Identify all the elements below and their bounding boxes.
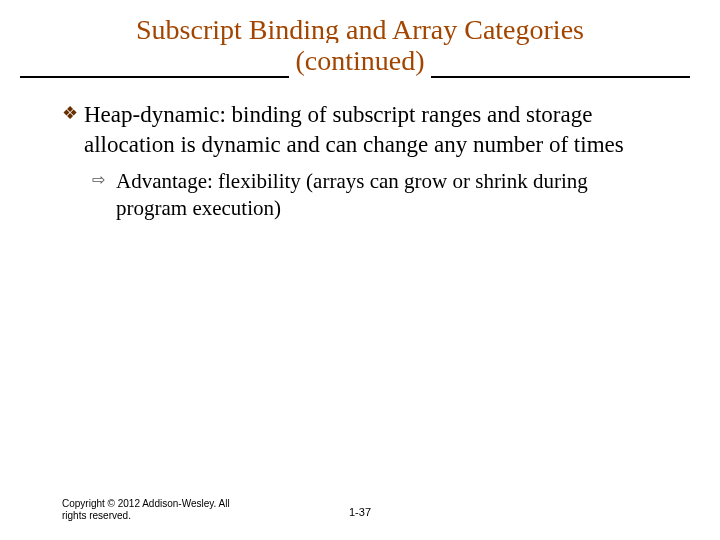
- slide-title-line2: (continued): [289, 43, 430, 78]
- slide-title-line1: Subscript Binding and Array Categories: [0, 0, 720, 47]
- bullet-level1: ❖ Heap-dynamic: binding of subscript ran…: [62, 100, 660, 160]
- slide-body: ❖ Heap-dynamic: binding of subscript ran…: [62, 100, 660, 222]
- bullet-level1-text: Heap-dynamic: binding of subscript range…: [84, 102, 624, 157]
- bullet-level2: ⇨ Advantage: flexibility (arrays can gro…: [92, 168, 660, 223]
- slide-title-line2-wrap: (continued): [0, 43, 720, 78]
- arrow-bullet-icon: ⇨: [92, 172, 105, 188]
- bullet-level2-text: Advantage: flexibility (arrays can grow …: [116, 169, 588, 220]
- footer-page-number: 1-37: [0, 506, 720, 518]
- slide: Subscript Binding and Array Categories (…: [0, 0, 720, 540]
- diamond-bullet-icon: ❖: [62, 104, 78, 122]
